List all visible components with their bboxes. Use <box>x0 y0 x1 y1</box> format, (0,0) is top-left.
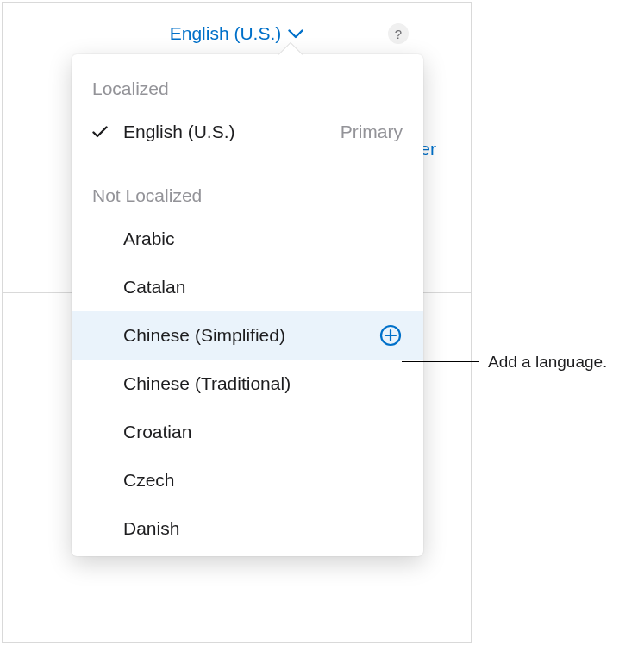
help-button[interactable]: ? <box>388 23 409 44</box>
section-header-not-localized: Not Localized <box>72 156 423 215</box>
background-panel: English (U.S.) ? ger Localized English (… <box>2 2 472 643</box>
language-item-chinese-simplified[interactable]: Chinese (Simplified) <box>72 311 423 360</box>
chevron-down-icon <box>288 29 303 39</box>
language-item-czech[interactable]: Czech <box>72 456 423 504</box>
language-item-catalan[interactable]: Catalan <box>72 263 423 311</box>
checkmark-icon <box>92 126 123 138</box>
section-header-localized: Localized <box>72 54 423 108</box>
language-item-danish[interactable]: Danish <box>72 504 423 553</box>
language-label: English (U.S.) <box>123 122 341 142</box>
add-language-icon[interactable] <box>378 323 403 348</box>
language-label: Croatian <box>123 422 403 442</box>
language-label: Arabic <box>123 229 403 249</box>
help-icon: ? <box>395 27 402 41</box>
selected-language-label: English (U.S.) <box>170 23 282 44</box>
language-dropdown-button[interactable]: English (U.S.) <box>170 23 304 44</box>
language-label: Chinese (Simplified) <box>123 325 378 346</box>
language-item-croatian[interactable]: Croatian <box>72 408 423 456</box>
callout-text: Add a language. <box>488 353 607 372</box>
language-item-english-us[interactable]: English (U.S.) Primary <box>72 108 423 156</box>
language-label: Czech <box>123 470 403 491</box>
language-label: Chinese (Traditional) <box>123 373 403 394</box>
callout-leader-line <box>402 361 479 362</box>
language-item-arabic[interactable]: Arabic <box>72 215 423 263</box>
primary-badge: Primary <box>341 122 403 142</box>
language-item-chinese-traditional[interactable]: Chinese (Traditional) <box>72 360 423 408</box>
language-label: Danish <box>123 518 403 539</box>
language-label: Catalan <box>123 277 403 297</box>
language-dropdown-menu: Localized English (U.S.) Primary Not Loc… <box>72 54 423 556</box>
